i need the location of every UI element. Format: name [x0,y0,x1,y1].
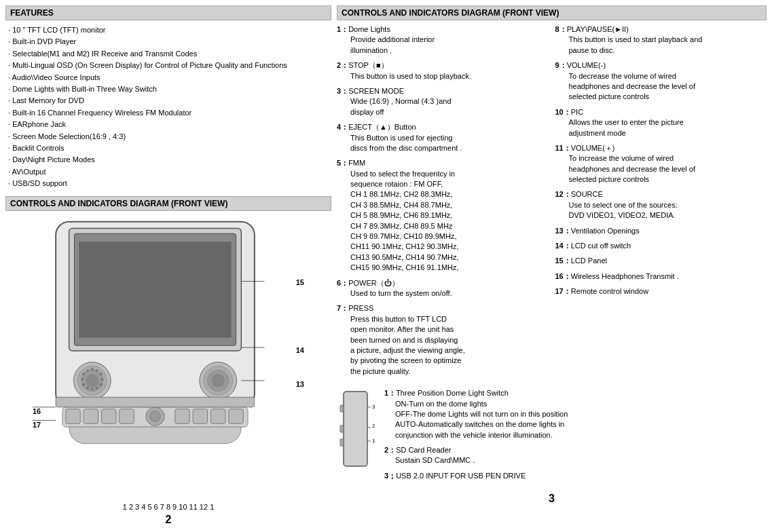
side-note-item: 2：SD Card ReaderSustain SD Card\MMC . [384,445,767,466]
control-num: 10：PIC [555,108,584,116]
control-line: CH13 90.5MHz, CH14 90.7MHz, [337,252,549,263]
control-num: 3：SCREEN MODE [337,87,404,95]
right-column: CONTROLS AND INDICATORS DIAGRAM (FRONT V… [337,5,767,527]
label-14: 14 [296,346,304,354]
svg-rect-42 [340,405,344,412]
label-13: 13 [296,380,304,388]
control-item: 3：SCREEN MODEWide (16:9) , Normal (4:3 )… [337,86,549,117]
feature-item: USB/SD support [8,178,331,189]
control-line: Used to select the frequentcy in [337,169,549,179]
feature-item: AV\Output [8,166,331,178]
bottom-numbers: 1 2 3 4 5 6 7 8 9 10 11 12 1 [5,503,331,511]
left-diagram-header: CONTROLS AND INDICATORS DIAGRAM (FRONT V… [5,196,331,211]
svg-rect-43 [340,425,344,432]
control-line: CH 9 89.7MHz, CH10 89.9MHz, [337,231,549,242]
control-item: 5：FMMUsed to select the frequentcy inseq… [337,158,549,273]
svg-point-8 [82,373,85,376]
control-line: Used to turn the system on/off. [337,288,549,299]
small-device-diagram: 3 2 1 [337,388,378,486]
page-container: FEATURES 10 " TFT LCD (TFT) monitorBuilt… [0,0,772,532]
svg-rect-44 [340,439,344,446]
page-number-right: 3 [337,493,767,505]
control-line: selected picture controls [555,174,767,185]
control-item: 8：PLAY\PAUSE(►II)This button is used to … [555,24,767,56]
control-item: 10：PICAllows the user to enter the pictu… [555,107,767,138]
control-num: 8：PLAY\PAUSE(►II) [555,25,629,33]
svg-rect-33 [210,409,225,423]
right-diagram-header: CONTROLS AND INDICATORS DIAGRAM (FRONT V… [337,5,767,20]
control-line: Wide (16:9) , Normal (4:3 )and [337,96,549,107]
control-line: pause to disc. [555,45,767,56]
control-line: Press this button to TFT LCD [337,314,549,324]
control-num: 2：STOP（■） [337,61,388,69]
svg-point-12 [100,373,103,376]
control-item: 7：PRESSPress this button to TFT LCDopen … [337,303,549,377]
control-item: 9：VOLUME(-)To decrease the volume of wir… [555,60,767,102]
control-line: sequence rotaion : FM OFF, [337,179,549,189]
control-num: 13：Ventilation Openings [555,227,640,235]
control-line: Allows the user to enter the picture [555,117,767,128]
side-note-item: 3；USB 2.0 INPUT FOR USB PEN DRIVE [384,471,767,481]
side-note-line: OFF-The dome Lights will not turn on in … [384,409,767,419]
control-item: 6：POWER（⏻）Used to turn the system on/off… [337,278,549,299]
control-line: adjustment mode [555,128,767,138]
feature-item: EARphone Jack [8,119,331,130]
svg-rect-25 [66,409,80,423]
control-line: discs from the disc compartment . [337,143,549,153]
side-note-line: conjunction with the vehicle interior il… [384,430,767,440]
control-line: the picture quality. [337,366,549,377]
svg-rect-27 [101,409,115,423]
control-item: 13：Ventilation Openings [555,226,767,236]
side-note-line: Sustain SD Card\MMC . [384,455,767,466]
controls-right: 8：PLAY\PAUSE(►II)This button is used to … [555,24,767,381]
control-num: 15：LCD Panel [555,256,607,265]
page-number-left: 2 [5,514,331,526]
svg-text:3: 3 [372,404,375,410]
left-column: FEATURES 10 " TFT LCD (TFT) monitorBuilt… [5,5,331,527]
control-line: CH 1 88.1MHz, CH2 88.3MHz, [337,189,549,200]
svg-rect-26 [84,409,98,423]
feature-item: Selectable(M1 and M2) IR Receive and Tra… [8,48,331,60]
control-line: Use to select one of the sources: [555,200,767,210]
feature-item: Built-in 16 Channel Frequency Wireless F… [8,107,331,119]
svg-point-7 [86,375,99,388]
feature-item: 10 " TFT LCD (TFT) monitor [8,24,331,36]
svg-point-9 [86,370,89,373]
side-note-num: 3；USB 2.0 INPUT FOR USB PEN DRIVE [384,472,526,480]
side-note-num: 2：SD Card Reader [384,446,451,454]
control-line: CH15 90.9MHz, CH16 91.1MHz, [337,263,549,273]
feature-item: Day\Night Picture Modes [8,154,331,166]
control-num: 12：SOURCE [555,190,603,198]
side-note-num: 1：Three Position Dome Light Switch [384,389,509,397]
control-num: 4：EJECT（▲）Button [337,123,416,131]
diagram-area: 15 14 13 16 17 [33,215,304,500]
control-item: 12：SOURCEUse to select one of the source… [555,189,767,221]
svg-point-18 [82,383,85,386]
feature-item: Screen Mode Selection(16:9 , 4:3) [8,131,331,142]
control-line: DVD VIDEO1, VIDEO2, MEDIA. [555,210,767,221]
svg-point-10 [91,368,94,371]
control-line: by pivoting the screen to optimize [337,356,549,366]
feature-item: Multi-Lingual OSD (On Screen Display) fo… [8,60,331,71]
bottom-right-section: 3 2 1 1：Three Position Dome Light Switch… [337,388,767,486]
svg-rect-3 [79,242,231,337]
control-num: 17：Remote control window [555,287,649,295]
bottom-num-labels: 1 2 3 4 5 6 7 8 9 10 11 12 1 [123,503,215,511]
svg-rect-41 [344,392,367,466]
control-item: 15：LCD Panel [555,256,767,266]
control-num: 7：PRESS [337,304,373,312]
svg-point-23 [211,375,225,388]
control-line: CH 3 88.5MHz, CH4 88.7MHz, [337,200,549,210]
feature-item: Backlit Controls [8,142,331,154]
label-17: 17 [33,421,41,429]
controls-left: 1：Dome LightsProvide additional interior… [337,24,549,381]
control-line: headphones and decrease the level of [555,164,767,174]
control-line: illumination . [337,45,549,56]
svg-point-30 [150,411,161,422]
control-line: selected picture controls [555,92,767,102]
control-item: 16：Wireless Headphones Transmit . [555,271,767,282]
control-line: been turned on and is displaying [337,335,549,345]
control-item: 14：LCD cut off switch [555,241,767,251]
svg-rect-34 [229,409,243,423]
svg-point-16 [91,388,94,391]
